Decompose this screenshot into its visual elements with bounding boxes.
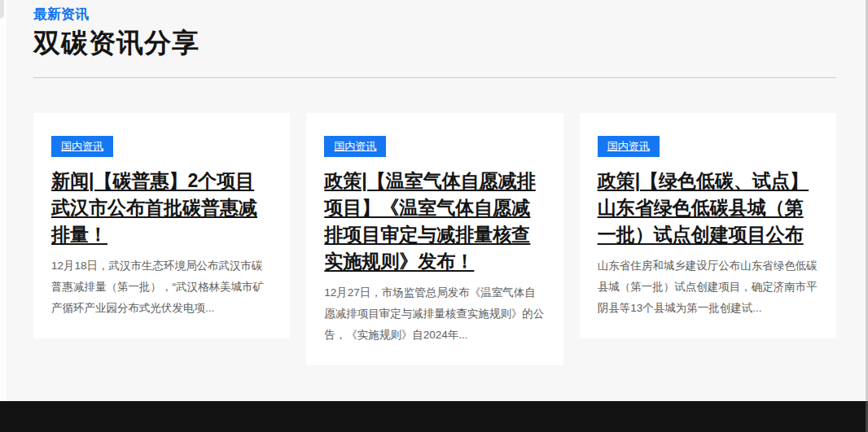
article-excerpt: 12月27日，市场监管总局发布《温室气体自愿减排项目审定与减排量核查实施规则》的… — [324, 282, 545, 356]
page-title: 双碳资讯分享 — [33, 26, 836, 60]
left-scrollbar-track[interactable] — [0, 0, 7, 401]
section-divider — [33, 77, 836, 78]
category-badge[interactable]: 国内资讯 — [324, 136, 386, 157]
section-eyebrow: 最新资讯 — [33, 6, 836, 24]
news-card-grid: 国内资讯 新闻|【碳普惠】2个项目武汉市公布首批碳普惠减排量！ 12月18日，武… — [33, 113, 836, 365]
article-title-link[interactable]: 新闻|【碳普惠】2个项目武汉市公布首批碳普惠减排量！ — [51, 168, 272, 248]
category-badge[interactable]: 国内资讯 — [598, 136, 660, 157]
news-section: 最新资讯 双碳资讯分享 国内资讯 新闻|【碳普惠】2个项目武汉市公布首批碳普惠减… — [33, 0, 836, 365]
article-excerpt: 12月18日，武汉市生态环境局公布武汉市碳普惠减排量（第一批），“武汉格林美城市… — [51, 255, 272, 329]
page-background: 最新资讯 双碳资讯分享 国内资讯 新闻|【碳普惠】2个项目武汉市公布首批碳普惠减… — [0, 0, 868, 432]
article-title-link[interactable]: 政策|【温室气体自愿减排项目】《温室气体自愿减排项目审定与减排量核查实施规则》发… — [324, 168, 545, 275]
article-excerpt: 山东省住房和城乡建设厅公布山东省绿色低碳县城（第一批）试点创建项目，确定济南市平… — [598, 255, 818, 329]
left-scrollbar-thumb[interactable] — [0, 0, 4, 18]
news-card: 国内资讯 新闻|【碳普惠】2个项目武汉市公布首批碳普惠减排量！ 12月18日，武… — [33, 113, 290, 338]
news-card: 国内资讯 政策|【温室气体自愿减排项目】《温室气体自愿减排项目审定与减排量核查实… — [306, 113, 563, 365]
footer-bar — [0, 401, 868, 432]
news-card: 国内资讯 政策|【绿色低碳、试点】山东省绿色低碳县城（第一批）试点创建项目公布 … — [580, 113, 836, 338]
article-title-link[interactable]: 政策|【绿色低碳、试点】山东省绿色低碳县城（第一批）试点创建项目公布 — [598, 168, 818, 248]
category-badge[interactable]: 国内资讯 — [51, 136, 113, 157]
